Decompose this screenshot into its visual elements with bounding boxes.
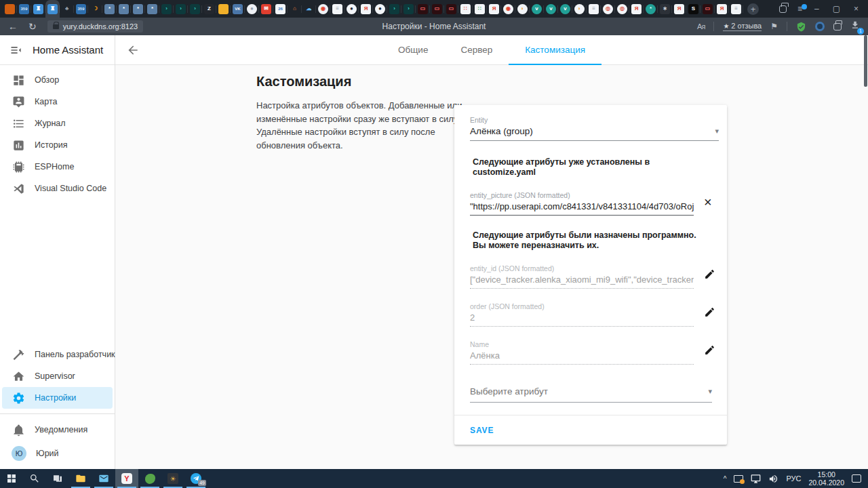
browser-tab[interactable]: S bbox=[686, 0, 701, 18]
new-tab-button[interactable]: + bbox=[747, 3, 759, 15]
field-value[interactable]: "https://pp.userapi.com/c841331/v8413311… bbox=[470, 201, 694, 216]
browser-tab[interactable]: v bbox=[544, 0, 558, 18]
browser-tab[interactable]: ⌂ bbox=[288, 0, 302, 18]
browser-tab[interactable]: ≡ bbox=[587, 0, 601, 18]
taskbar-search-icon[interactable] bbox=[23, 469, 46, 488]
display-status-icon[interactable] bbox=[734, 475, 743, 483]
field-value[interactable]: ["device_tracker.alenka_xiaomi_mi9_wifi"… bbox=[470, 274, 694, 289]
address-bar[interactable]: yury.duckdns.org:8123 bbox=[47, 20, 143, 33]
minimize-button[interactable]: – bbox=[813, 4, 821, 14]
entity-select[interactable]: Entity Алёнка (group) ▾ bbox=[470, 116, 719, 141]
browser-tab[interactable]: ♜ bbox=[45, 0, 60, 18]
browser-tab[interactable]: ◗ bbox=[515, 0, 530, 18]
url-text[interactable]: yury.duckdns.org:8123 bbox=[63, 22, 138, 30]
menu-icon[interactable] bbox=[9, 43, 23, 57]
tray-expand-icon[interactable]: ^ bbox=[724, 475, 727, 483]
taskbar-mail-icon[interactable] bbox=[92, 469, 115, 488]
browser-tab[interactable]: * bbox=[145, 0, 159, 18]
taskbar-windows-start-icon[interactable] bbox=[0, 469, 23, 488]
reload-icon[interactable]: ↻ bbox=[28, 21, 37, 32]
browser-tab[interactable]: ∷ bbox=[473, 0, 487, 18]
browser-tab[interactable]: Я bbox=[487, 0, 501, 18]
scrollbar-thumb[interactable] bbox=[864, 35, 867, 87]
browser-tab[interactable]: * bbox=[102, 0, 117, 18]
browser-tab[interactable]: ▭ bbox=[416, 0, 430, 18]
browser-tab[interactable]: Я bbox=[715, 0, 729, 18]
browser-tab[interactable]: ✉ bbox=[259, 0, 273, 18]
alice-icon[interactable] bbox=[815, 22, 825, 31]
browser-tab[interactable]: › bbox=[188, 0, 202, 18]
field-value[interactable]: Алёнка bbox=[470, 350, 694, 365]
taskbar-telegram-icon[interactable]: 49 bbox=[184, 469, 208, 488]
browser-tab[interactable]: ◗ bbox=[572, 0, 587, 18]
keyboard-language[interactable]: РУС bbox=[786, 474, 801, 483]
browser-tab[interactable]: Z bbox=[202, 0, 216, 18]
edit-pencil-icon[interactable] bbox=[704, 306, 715, 321]
action-center-icon[interactable] bbox=[852, 474, 861, 483]
edit-pencil-icon[interactable] bbox=[704, 268, 715, 283]
sidebar-item-Supervisor[interactable]: Supervisor bbox=[2, 365, 113, 387]
browser-tab[interactable]: ◉ bbox=[501, 0, 515, 18]
browser-tab[interactable]: › bbox=[159, 0, 174, 18]
browser-tab[interactable]: 359 bbox=[74, 0, 88, 18]
sidebar-item-Обзор[interactable]: Обзор bbox=[2, 69, 113, 91]
network-icon[interactable] bbox=[751, 474, 761, 484]
taskbar-task-view-icon[interactable] bbox=[46, 469, 69, 488]
bookmark-icon[interactable]: ⚑ bbox=[770, 22, 778, 31]
tab-Сервер[interactable]: Сервер bbox=[444, 35, 509, 65]
browser-tab[interactable] bbox=[3, 0, 17, 18]
save-button[interactable]: SAVE bbox=[470, 426, 494, 435]
browser-tab[interactable]: ☁ bbox=[302, 0, 316, 18]
sidebar-item-Карта[interactable]: Карта bbox=[2, 91, 113, 113]
browser-tab[interactable]: ∷ bbox=[458, 0, 473, 18]
browser-tab[interactable]: ≡ bbox=[330, 0, 344, 18]
browser-tab[interactable]: 359 bbox=[17, 0, 31, 18]
browser-tab[interactable]: Я bbox=[672, 0, 686, 18]
edit-pencil-icon[interactable] bbox=[704, 344, 715, 359]
collections-icon[interactable] bbox=[833, 23, 842, 30]
sidebar-item-История[interactable]: История bbox=[2, 134, 113, 156]
browser-tab[interactable]: ♣ bbox=[60, 0, 74, 18]
taskbar-settings-app-icon[interactable]: ☀ bbox=[161, 469, 184, 488]
taskbar-green-app-icon[interactable] bbox=[138, 469, 161, 488]
browser-tab[interactable]: VK bbox=[231, 0, 245, 18]
browser-tab[interactable]: ☽ bbox=[88, 0, 102, 18]
sidebar-item-notifications[interactable]: Уведомления bbox=[2, 419, 113, 441]
browser-tab[interactable]: › bbox=[387, 0, 401, 18]
sidebar-item-Visual Studio Code[interactable]: Visual Studio Code bbox=[2, 178, 113, 199]
browser-tab[interactable]: Я bbox=[359, 0, 373, 18]
tab-Общие[interactable]: Общие bbox=[382, 35, 444, 65]
field-value[interactable]: 2 bbox=[470, 312, 694, 327]
protect-shield-icon[interactable] bbox=[796, 22, 806, 32]
browser-tab[interactable]: Я bbox=[629, 0, 644, 18]
close-button[interactable]: × bbox=[852, 4, 860, 14]
downloads-icon[interactable]: 1 bbox=[850, 20, 860, 33]
taskbar-yandex-browser-icon[interactable]: Y bbox=[115, 469, 138, 488]
browser-tab[interactable]: * bbox=[117, 0, 131, 18]
translate-icon[interactable]: Aя bbox=[697, 22, 705, 30]
browser-tab[interactable]: ● bbox=[373, 0, 387, 18]
sidebar-item-Журнал[interactable]: Журнал bbox=[2, 113, 113, 134]
browser-tab[interactable]: ● bbox=[344, 0, 359, 18]
browser-tab[interactable]: ∗ bbox=[658, 0, 672, 18]
browser-tab[interactable]: › bbox=[174, 0, 188, 18]
tab-stack-icon[interactable] bbox=[779, 5, 787, 13]
taskbar-file-explorer-icon[interactable] bbox=[69, 469, 92, 488]
browser-tab[interactable]: ≡ bbox=[729, 0, 743, 18]
restore-button[interactable]: ▢ bbox=[831, 4, 842, 14]
tab-Кастомизация[interactable]: Кастомизация bbox=[509, 35, 601, 65]
browser-tab[interactable]: 26 bbox=[273, 0, 288, 18]
browser-tab[interactable]: ▭ bbox=[444, 0, 458, 18]
browser-tab[interactable]: * bbox=[644, 0, 658, 18]
browser-panel-icon[interactable]: ≡ bbox=[797, 4, 802, 14]
clock[interactable]: 15:00 20.04.2020 bbox=[808, 470, 844, 487]
browser-tab[interactable]: ▭ bbox=[430, 0, 444, 18]
browser-tab[interactable]: v bbox=[530, 0, 544, 18]
browser-tab[interactable]: * bbox=[131, 0, 145, 18]
sidebar-item-Настройки[interactable]: Настройки bbox=[2, 387, 113, 409]
reviews-button[interactable]: ★ 2 отзыва bbox=[723, 22, 762, 31]
volume-icon[interactable] bbox=[768, 474, 778, 484]
browser-tab[interactable]: ◎ bbox=[615, 0, 629, 18]
sidebar-item-Панель разработчика[interactable]: Панель разработчика bbox=[2, 344, 113, 365]
clear-attribute-icon[interactable]: × bbox=[704, 195, 712, 209]
